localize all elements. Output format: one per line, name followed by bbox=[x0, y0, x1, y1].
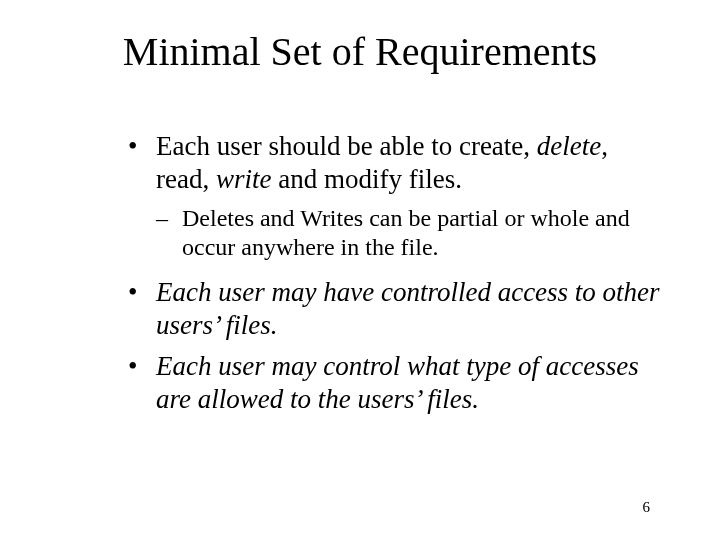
page-number: 6 bbox=[643, 499, 651, 516]
slide-title: Minimal Set of Requirements bbox=[0, 28, 720, 75]
bullet-1-text-b: delete bbox=[537, 131, 601, 161]
bullet-1-text-d: write bbox=[216, 164, 272, 194]
bullet-2: Each user may have controlled access to … bbox=[128, 276, 660, 342]
bullet-2-text: Each user may have controlled access to … bbox=[156, 277, 660, 340]
slide: Minimal Set of Requirements Each user sh… bbox=[0, 0, 720, 540]
slide-body: Each user should be able to create, dele… bbox=[128, 130, 660, 424]
bullet-1-sub-text: Deletes and Writes can be partial or who… bbox=[182, 205, 630, 260]
bullet-3-text: Each user may control what type of acces… bbox=[156, 351, 639, 414]
bullet-1: Each user should be able to create, dele… bbox=[128, 130, 660, 196]
bullet-1-text-e: and modify files. bbox=[271, 164, 461, 194]
bullet-1-text-a: Each user should be able to create, bbox=[156, 131, 537, 161]
bullet-1-sub: Deletes and Writes can be partial or who… bbox=[156, 204, 660, 263]
bullet-3: Each user may control what type of acces… bbox=[128, 350, 660, 416]
